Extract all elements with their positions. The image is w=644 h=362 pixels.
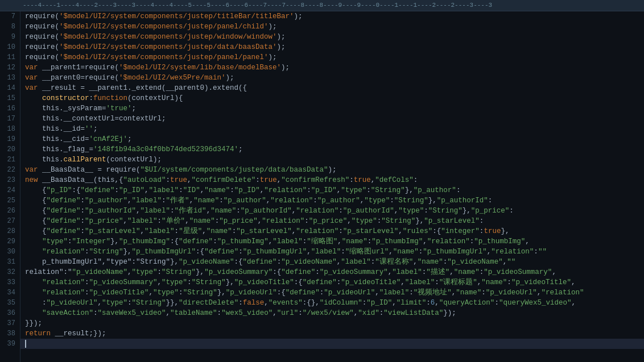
code-line-30: "relation":"String"},"p_thumbImgUrl":{"d… [20,247,644,257]
code-line-18: this.__id=''; [20,124,644,134]
code-line-27: {"define":"p_price","label":"单价","name":… [20,216,644,226]
line-num-35: 35 [5,298,15,308]
code-line-17: this.__contextUrl=contextUrl; [20,114,644,124]
code-line-12: var __parent1=require('$model/UI2/system… [20,63,644,73]
code-line-16: this._sysParam='true'; [20,103,644,114]
line-num-36: 36 [5,308,15,318]
code-line-35: :"p_videoUrl","type":"String"}},"directD… [20,298,644,308]
line-num-22: 22 [5,165,15,175]
line-num-28: 28 [5,226,15,236]
code-line-26: {"define":"p_authorId","label":"作者id","n… [20,206,644,216]
line-num-27: 27 [5,216,15,226]
code-line-33: "relation":"p_videoSummary","type":"Stri… [20,277,644,288]
line-num-14: 14 [5,83,15,93]
line-num-10: 10 [5,42,15,52]
line-num-26: 26 [5,206,15,216]
line-num-7: 7 [5,11,15,22]
line-num-37: 37 [5,318,15,328]
line-num-12: 12 [5,63,15,73]
line-num-29: 29 [5,236,15,247]
code-line-23: new __BaasData__(this,{"autoLoad":true,"… [20,175,644,185]
line-num-23: 23 [5,175,15,185]
line-num-15: 15 [5,93,15,103]
line-num-20: 20 [5,144,15,155]
line-num-18: 18 [5,124,15,134]
code-line-14: var __result = __parent1._extend(__paren… [20,83,644,93]
line-num-19: 19 [5,134,15,144]
line-num-33: 33 [5,277,15,288]
line-num-16: 16 [5,103,15,114]
line-num-25: 25 [5,195,15,206]
line-num-30: 30 [5,247,15,257]
line-num-24: 24 [5,185,15,195]
code-line-38: return __result;}); [20,328,644,339]
code-line-13: var __parent0=require('$model/UI2/wex5Pr… [20,73,644,83]
editor-container: ----4----1----4----2----3----3----4----4… [0,0,644,362]
code-line-24: {"p_ID":{"define":"p_ID","label":"ID","n… [20,185,644,195]
code-line-22: var __BaasData__ = require("$UI/system/c… [20,165,644,175]
code-line-37: }}); [20,318,644,328]
code-line-20: this._flag_='148f1b94a3c04f0bb74ded52396… [20,144,644,155]
code-line-11: require('$model/UI2/system/components/ju… [20,52,644,63]
line-numbers: 7 8 9 10 11 12 13 14 15 16 17 18 19 20 2… [0,11,20,362]
code-line-36: "saveAction":"saveWex5_video","tableName… [20,308,644,318]
line-num-9: 9 [5,32,15,42]
code-area: 7 8 9 10 11 12 13 14 15 16 17 18 19 20 2… [0,11,644,362]
line-num-39: 39 [5,339,15,349]
code-editor[interactable]: require('$model/UI2/system/components/ju… [20,11,644,362]
line-num-21: 21 [5,155,15,165]
code-line-9: require('$model/UI2/system/components/ju… [20,32,644,42]
code-line-21: this.callParent(contextUrl); [20,155,644,165]
code-line-8: require('$model/UI2/system/components/ju… [20,22,644,32]
line-num-31: 31 [5,257,15,267]
code-line-34: "relation":"p_videoTitle","type":"String… [20,288,644,298]
ruler: ----4----1----4----2----3----3----4----4… [0,0,644,11]
line-num-11: 11 [5,52,15,63]
code-line-31: p_thumbImgUrl","type":"String"},"p_video… [20,257,644,267]
code-line-19: this.__cid='cnAf2Ej'; [20,134,644,144]
code-line-32: relation":""p_videoName","type":"String"… [20,267,644,277]
line-num-17: 17 [5,114,15,124]
code-line-25: {"define":"p_author","label":"作者","name"… [20,195,644,206]
code-line-39[interactable] [20,339,644,349]
line-num-32: 32 [5,267,15,277]
code-line-28: {"define":"p_starLevel","label":"星级","na… [20,226,644,236]
line-num-34: 34 [5,288,15,298]
line-num-8: 8 [5,22,15,32]
code-line-15: constructor:function(contextUrl){ [20,93,644,103]
line-num-38: 38 [5,328,15,339]
code-line-29: "type":"Integer"},"p_thumbImg":{"define"… [20,236,644,247]
line-num-13: 13 [5,73,15,83]
code-line-7: require('$model/UI2/system/components/ju… [20,11,644,22]
code-line-10: require('$model/UI2/system/components/ju… [20,42,644,52]
